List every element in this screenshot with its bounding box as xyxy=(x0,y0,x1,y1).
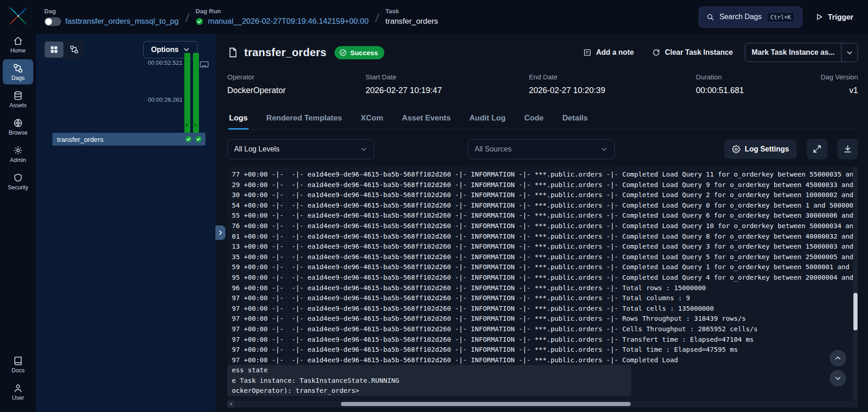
tab-rendered-templates[interactable]: Rendered Templates xyxy=(266,109,343,129)
sidebar-item-browse[interactable]: Browse xyxy=(3,114,33,139)
admin-icon xyxy=(13,146,23,155)
dag-pause-toggle[interactable] xyxy=(44,17,61,26)
sidebar-item-label: Assets xyxy=(10,102,27,109)
chevron-down-icon xyxy=(601,146,608,153)
clear-task-instance-label: Clear Task Instance xyxy=(665,48,733,57)
meta-value: DockerOperator xyxy=(227,86,366,95)
sidebar-item-docs[interactable]: Docs xyxy=(3,352,33,377)
breadcrumb-separator: / xyxy=(375,11,380,25)
horizontal-scrollbar-thumb[interactable] xyxy=(341,402,631,406)
chevron-up-icon xyxy=(834,355,842,362)
log-line: 96 +00:00 -|- -|- ea1d4ee9-de96-4615-ba5… xyxy=(232,283,850,293)
add-note-button[interactable]: Add a note xyxy=(577,43,640,62)
meta-label: Start Date xyxy=(366,73,529,81)
clear-task-instance-button[interactable]: Clear Task Instance xyxy=(646,43,739,62)
tab-logs[interactable]: Logs xyxy=(228,109,249,129)
vertical-scrollbar-thumb[interactable] xyxy=(853,293,858,330)
panel-expand-handle[interactable] xyxy=(215,225,225,240)
gantt-play-marker xyxy=(186,123,188,127)
log-level-value: All Log Levels xyxy=(234,145,280,153)
dag-label: Dag xyxy=(44,8,179,15)
dag-name-link[interactable]: fasttransfer_orders_mssql_to_pg xyxy=(65,17,179,26)
grid-icon xyxy=(50,45,58,54)
log-line: ess state xyxy=(232,365,631,375)
scroll-to-top-button[interactable] xyxy=(830,350,846,366)
security-icon xyxy=(13,173,23,183)
log-line: 13 +00:00 -|- -|- ea1d4ee9-de96-4615-ba5… xyxy=(232,241,850,252)
topbar-actions: Search Dags Ctrl+K Trigger xyxy=(699,6,859,28)
log-line: e Task instance: TaskInstanceState.RUNNI… xyxy=(232,375,631,386)
sidebar-item-assets[interactable]: Assets xyxy=(3,87,33,112)
tab-details[interactable]: Details xyxy=(561,109,589,129)
task-success-check-icon[interactable] xyxy=(185,136,192,143)
log-settings-label: Log Settings xyxy=(745,145,789,153)
search-dags-button[interactable]: Search Dags Ctrl+K xyxy=(699,6,802,28)
gantt-play-marker xyxy=(194,123,197,127)
search-icon xyxy=(706,13,714,21)
meta-start-date: Start Date2026-02-27 10:19:47 xyxy=(366,73,529,95)
grid-panel: Options 00:00:52.521 00:00:26.261 transf… xyxy=(36,34,215,412)
scroll-to-bottom-button[interactable] xyxy=(830,370,846,386)
chevron-down-icon xyxy=(360,146,367,153)
tab-code[interactable]: Code xyxy=(523,109,545,129)
log-line: 59 +00:00 -|- -|- ea1d4ee9-de96-4615-ba5… xyxy=(232,262,850,272)
sidebar-item-dags[interactable]: Dags xyxy=(3,59,33,84)
home-icon xyxy=(13,36,23,46)
log-lines: 77 +00:00 -|- -|- ea1d4ee9-de96-4615-ba5… xyxy=(232,169,850,365)
gantt-bar[interactable] xyxy=(193,53,199,133)
task-success-check-icon[interactable] xyxy=(195,136,202,143)
meta-value: 00:00:51.681 xyxy=(696,86,744,95)
chevron-down-icon[interactable] xyxy=(841,43,858,62)
note-icon xyxy=(583,48,591,57)
graph-view-button[interactable] xyxy=(65,42,84,57)
task-instance-title: transfer_orders xyxy=(244,46,326,59)
log-line: 97 +00:00 -|- -|- ea1d4ee9-de96-4615-ba5… xyxy=(232,313,850,324)
sidebar-item-security[interactable]: Security xyxy=(3,169,33,194)
scroll-left-arrow-icon[interactable]: ◂ xyxy=(227,401,234,407)
breadcrumb-task: Task transfer_orders xyxy=(386,8,438,26)
mark-task-instance-as-button[interactable]: Mark Task Instance as... xyxy=(745,43,858,62)
status-badge-label: Success xyxy=(350,49,378,57)
meta-value: v1 xyxy=(821,86,858,95)
log-line: 77 +00:00 -|- -|- ea1d4ee9-de96-4615-ba5… xyxy=(232,169,850,180)
grid-task-row[interactable]: transfer_orders xyxy=(52,133,205,146)
log-settings-button[interactable]: Log Settings xyxy=(724,140,797,159)
log-line: 29 +00:00 -|- -|- ea1d4ee9-de96-4615-ba5… xyxy=(232,180,850,190)
airflow-logo-icon[interactable] xyxy=(8,5,29,26)
tab-xcom[interactable]: XCom xyxy=(360,109,384,129)
check-circle-icon xyxy=(339,49,347,57)
sidebar-item-user[interactable]: User xyxy=(3,379,33,404)
search-shortcut-kbd: Ctrl+K xyxy=(767,12,795,22)
log-line: 76 +00:00 -|- -|- ea1d4ee9-de96-4615-ba5… xyxy=(232,221,850,231)
sidebar-item-home[interactable]: Home xyxy=(3,32,33,57)
log-viewer[interactable]: 77 +00:00 -|- -|- ea1d4ee9-de96-4615-ba5… xyxy=(227,167,858,407)
tab-audit-log[interactable]: Audit Log xyxy=(468,109,506,129)
log-source-select[interactable]: All Sources xyxy=(468,139,615,159)
gantt-bar[interactable] xyxy=(184,53,190,133)
trigger-button[interactable]: Trigger xyxy=(810,8,859,26)
task-instance-panel: transfer_orders Success Add a note Clear… xyxy=(215,34,868,412)
log-vertical-scrollbar[interactable] xyxy=(853,167,858,401)
meta-value: 2026-02-27 10:20:39 xyxy=(529,86,696,95)
dag-run-link[interactable]: manual__2026-02-27T09:19:46.142159+00:00 xyxy=(208,17,368,26)
log-horizontal-scrollbar[interactable]: ◂ xyxy=(227,401,858,407)
fullscreen-button[interactable] xyxy=(807,139,827,159)
log-tail: ess statee Task instance: TaskInstanceSt… xyxy=(227,365,631,396)
log-line: ockerOperator): transfer_orders> xyxy=(232,386,631,396)
grid-view-button[interactable] xyxy=(45,42,63,57)
add-note-label: Add a note xyxy=(596,48,634,57)
log-line: 97 +00:00 -|- -|- ea1d4ee9-de96-4615-ba5… xyxy=(232,324,850,334)
log-line: 97 +00:00 -|- -|- ea1d4ee9-de96-4615-ba5… xyxy=(232,293,850,303)
meta-label: Duration xyxy=(696,73,744,81)
assets-icon xyxy=(13,91,23,100)
download-logs-button[interactable] xyxy=(837,139,858,159)
status-badge: Success xyxy=(335,46,384,59)
topbar: Dag fasttransfer_orders_mssql_to_pg / Da… xyxy=(36,0,868,34)
play-icon xyxy=(815,13,823,21)
meta-operator: OperatorDockerOperator xyxy=(227,73,366,95)
chevron-down-icon xyxy=(834,375,842,382)
log-level-select[interactable]: All Log Levels xyxy=(227,139,374,159)
keyboard-shortcuts-icon[interactable] xyxy=(199,59,209,69)
sidebar-item-admin[interactable]: Admin xyxy=(3,141,33,167)
tab-asset-events[interactable]: Asset Events xyxy=(401,109,452,129)
